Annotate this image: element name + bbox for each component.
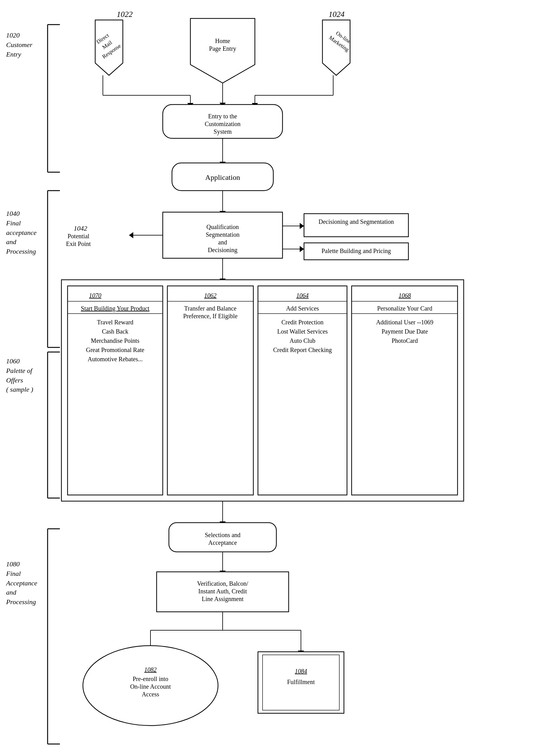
svg-rect-89 [351, 286, 457, 495]
svg-marker-59 [300, 246, 304, 252]
svg-text:Automotive Rebates...: Automotive Rebates... [88, 356, 143, 362]
svg-text:System: System [214, 128, 232, 135]
svg-text:Selections and: Selections and [205, 532, 241, 538]
svg-text:Segmentation: Segmentation [206, 231, 240, 238]
svg-text:and: and [218, 239, 227, 246]
svg-text:Fulfillment: Fulfillment [287, 678, 315, 685]
svg-text:Application: Application [205, 173, 240, 181]
diagram-svg: 1022 Direct Mail Response 1024 On-line M… [0, 0, 538, 756]
svg-text:Potential: Potential [68, 233, 90, 239]
svg-rect-56 [304, 214, 408, 237]
svg-marker-55 [300, 223, 304, 229]
svg-text:Preference, If Eligible: Preference, If Eligible [183, 313, 238, 320]
svg-text:1042: 1042 [74, 224, 87, 232]
svg-text:Additional User --1069: Additional User --1069 [376, 319, 434, 326]
svg-text:1084: 1084 [295, 668, 307, 674]
svg-text:Acceptance: Acceptance [208, 539, 237, 546]
svg-text:1062: 1062 [204, 292, 216, 299]
svg-text:Entry to the: Entry to the [208, 113, 238, 120]
svg-text:Palette Building and Pricing: Palette Building and Pricing [322, 247, 391, 255]
svg-text:1082: 1082 [144, 666, 157, 673]
svg-text:Great Promotional Rate: Great Promotional Rate [86, 346, 144, 353]
svg-text:Add Services: Add Services [286, 305, 319, 312]
page: 1020CustomerEntry 1040Finalacceptanceand… [0, 0, 538, 756]
svg-text:Lost Wallet Services: Lost Wallet Services [277, 328, 328, 335]
svg-text:1022: 1022 [117, 10, 133, 19]
svg-text:Page Entry: Page Entry [209, 45, 236, 52]
svg-rect-65 [68, 286, 163, 495]
svg-text:1024: 1024 [329, 10, 345, 19]
svg-text:Decisioning: Decisioning [208, 247, 238, 254]
svg-text:Transfer and Balance: Transfer and Balance [184, 305, 237, 312]
svg-text:1068: 1068 [399, 292, 411, 299]
svg-text:Personalize Your Card: Personalize Your Card [377, 305, 432, 312]
svg-text:Verification, Balcon/: Verification, Balcon/ [197, 580, 248, 587]
svg-text:Auto Club: Auto Club [290, 337, 315, 344]
svg-text:PhotoCard: PhotoCard [392, 337, 418, 344]
svg-text:Qualification: Qualification [206, 223, 239, 230]
svg-text:Cash Back: Cash Back [102, 328, 128, 335]
svg-text:Travel Reward: Travel Reward [97, 319, 134, 326]
svg-text:Instant Auth, Credit: Instant Auth, Credit [198, 588, 247, 595]
svg-text:Start Building Your Product: Start Building Your Product [81, 305, 149, 312]
svg-text:Credit Protection: Credit Protection [281, 319, 323, 326]
svg-text:On-line Account: On-line Account [130, 683, 171, 690]
svg-rect-80 [258, 286, 347, 495]
svg-text:Exit Point: Exit Point [66, 240, 91, 247]
svg-text:Home: Home [215, 37, 230, 44]
svg-text:Customization: Customization [205, 120, 241, 127]
svg-text:Decisioning and Segmentation: Decisioning and Segmentation [318, 218, 394, 225]
svg-text:Access: Access [142, 691, 159, 698]
svg-text:Credit Report Checking: Credit Report Checking [273, 346, 332, 353]
svg-text:Pre-enroll into: Pre-enroll into [133, 675, 168, 682]
svg-text:1070: 1070 [89, 292, 101, 299]
svg-text:1064: 1064 [296, 292, 309, 299]
svg-text:Merchandise Points: Merchandise Points [91, 337, 140, 344]
svg-text:Payment Due Date: Payment Due Date [381, 328, 428, 335]
svg-marker-53 [129, 232, 133, 238]
svg-text:Line Assignment: Line Assignment [202, 596, 244, 602]
